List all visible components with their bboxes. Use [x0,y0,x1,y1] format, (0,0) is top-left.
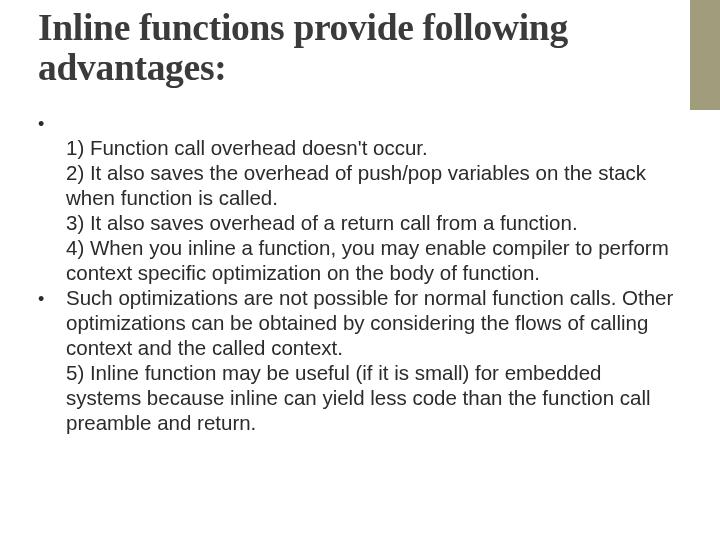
bullet-marker-blank [38,135,66,139]
line-2-2: 5) Inline function may be useful (if it … [66,361,651,434]
bullet-marker: • [38,285,66,311]
accent-strip [690,0,720,110]
bullet-text-block-1: 1) Function call overhead doesn't occur.… [66,135,682,285]
bullet-item: • [38,110,682,136]
line-1-3: 3) It also saves overhead of a return ca… [66,211,578,234]
slide-body: • 1) Function call overhead doesn't occu… [38,110,682,436]
bullet-text-block-2: Such optimizations are not possible for … [66,285,682,435]
bullet-item: • Such optimizations are not possible fo… [38,285,682,435]
bullet-item: 1) Function call overhead doesn't occur.… [38,135,682,285]
bullet-marker: • [38,110,66,136]
line-2-1: Such optimizations are not possible for … [66,286,673,359]
line-1-4: 4) When you inline a function, you may e… [66,236,669,284]
line-1-2: 2) It also saves the overhead of push/po… [66,161,646,209]
bullet-text-empty [66,110,682,124]
line-1-1: 1) Function call overhead doesn't occur. [66,136,428,159]
slide-content: Inline functions provide following advan… [0,0,720,455]
slide-title: Inline functions provide following advan… [38,8,682,88]
